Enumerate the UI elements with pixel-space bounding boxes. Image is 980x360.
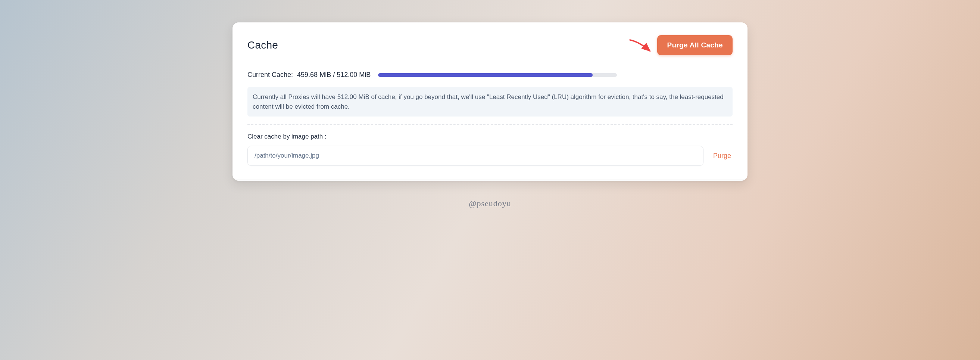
cache-info-box: Currently all Proxies will have 512.00 M… (247, 87, 733, 116)
section-divider (247, 124, 733, 125)
cache-usage-label: Current Cache: 459.68 MiB / 512.00 MiB (247, 71, 371, 79)
clear-path-label: Clear cache by image path : (247, 133, 733, 140)
cache-usage-row: Current Cache: 459.68 MiB / 512.00 MiB (247, 71, 733, 79)
purge-button[interactable]: Purge (712, 149, 733, 163)
clear-path-row: Purge (247, 146, 733, 166)
cache-usage-value: 459.68 MiB / 512.00 MiB (297, 71, 371, 78)
cache-progress-fill (378, 73, 593, 77)
image-path-input[interactable] (247, 146, 703, 166)
cache-card: Cache Purge All Cache Current Cache: 459… (232, 22, 748, 181)
card-title: Cache (247, 39, 278, 51)
card-header: Cache Purge All Cache (247, 35, 733, 55)
watermark: @pseudoyu (469, 199, 511, 209)
cache-usage-key: Current Cache: (247, 71, 293, 78)
purge-all-button[interactable]: Purge All Cache (657, 35, 733, 55)
cache-progress (378, 73, 617, 77)
